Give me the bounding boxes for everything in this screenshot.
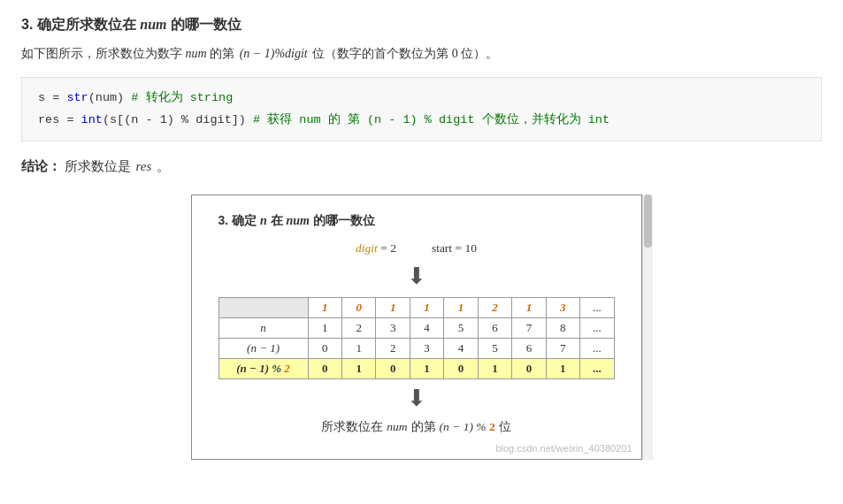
row3-c1: 0 xyxy=(308,358,341,378)
code-block: s = str(num) # 转化为 string res = int(s[(n… xyxy=(21,77,822,141)
scrollbar[interactable] xyxy=(642,195,653,460)
table-row-3: (n − 1) % 2 0 1 0 1 0 1 0 1 ... xyxy=(218,358,614,378)
diagram-box: 3. 确定 n 在 num 的哪一数位 digit = 2 start = 10… xyxy=(191,195,642,460)
row1-c2: 2 xyxy=(341,317,375,338)
row2-header: (n − 1) xyxy=(218,338,308,358)
row1-c3: 3 xyxy=(376,317,410,338)
row3-c6: 1 xyxy=(478,358,511,378)
row0-c5: 1 xyxy=(444,297,478,317)
table-row-2: (n − 1) 0 1 2 3 4 5 6 7 ... xyxy=(218,338,614,358)
diagram-table: 1 0 1 1 1 2 1 3 ... n 1 2 3 4 5 xyxy=(218,297,615,379)
row1-c4: 4 xyxy=(410,317,443,338)
row3-header: (n − 1) % 2 xyxy=(218,358,308,378)
row1-c1: 1 xyxy=(308,317,341,338)
row2-c5: 4 xyxy=(444,338,478,358)
arrow-down-2: ⬇ xyxy=(218,385,615,412)
row2-c4: 3 xyxy=(410,338,443,358)
diagram-bottom-text: 所求数位在 num 的第 (n − 1) % 2 位 xyxy=(218,419,615,435)
description-text: 如下图所示，所求数位为数字 num 的第 (n − 1)%digit 位（数字的… xyxy=(21,43,822,65)
row3-c2: 1 xyxy=(341,358,375,378)
row2-c9: ... xyxy=(580,338,614,358)
row0-c7: 1 xyxy=(512,297,546,317)
row2-c7: 6 xyxy=(512,338,546,358)
row1-c5: 5 xyxy=(444,317,478,338)
row0-c6: 2 xyxy=(478,297,511,317)
row2-c2: 1 xyxy=(341,338,375,358)
scrollbar-thumb[interactable] xyxy=(644,195,652,248)
row0-c8: 3 xyxy=(546,297,579,317)
row0-c2: 0 xyxy=(341,297,375,317)
row3-c9: ... xyxy=(580,358,614,378)
row2-c3: 2 xyxy=(376,338,410,358)
param-digit: digit = 2 xyxy=(356,241,396,256)
conclusion-label: 结论： xyxy=(21,159,61,173)
row3-c7: 0 xyxy=(512,358,546,378)
row1-header: n xyxy=(218,317,308,338)
row1-c7: 7 xyxy=(512,317,546,338)
row3-c4: 1 xyxy=(410,358,443,378)
row1-c6: 6 xyxy=(478,317,511,338)
row3-c5: 0 xyxy=(444,358,478,378)
row0-c4: 1 xyxy=(410,297,443,317)
arrow-down-1: ⬇ xyxy=(218,263,615,290)
watermark: blog.csdn.net/weixin_40380201 xyxy=(495,443,632,454)
table-row-1: n 1 2 3 4 5 6 7 8 ... xyxy=(218,317,614,338)
table-row-0: 1 0 1 1 1 2 1 3 ... xyxy=(218,297,614,317)
row1-c8: 8 xyxy=(546,317,579,338)
row0-header xyxy=(218,297,308,317)
params-row: digit = 2 start = 10 xyxy=(218,241,615,256)
code-line-2: res = int(s[(n - 1) % digit]) # 获得 num 的… xyxy=(38,109,805,132)
row0-c3: 1 xyxy=(376,297,410,317)
row3-c3: 0 xyxy=(376,358,410,378)
row2-c8: 7 xyxy=(546,338,579,358)
section-title: 3. 确定所求数位在 num 的哪一数位 xyxy=(21,16,822,34)
diagram-wrapper: 3. 确定 n 在 num 的哪一数位 digit = 2 start = 10… xyxy=(21,195,822,460)
row0-c1: 1 xyxy=(308,297,341,317)
code-line-1: s = str(num) # 转化为 string xyxy=(38,87,805,110)
conclusion: 结论： 所求数位是 res 。 xyxy=(21,156,822,179)
row0-c9: ... xyxy=(580,297,614,317)
row3-c8: 1 xyxy=(546,358,579,378)
row1-c9: ... xyxy=(580,317,614,338)
row2-c1: 0 xyxy=(308,338,341,358)
param-start: start = 10 xyxy=(432,241,477,256)
diagram-title: 3. 确定 n 在 num 的哪一数位 xyxy=(218,213,615,229)
row2-c6: 5 xyxy=(478,338,511,358)
